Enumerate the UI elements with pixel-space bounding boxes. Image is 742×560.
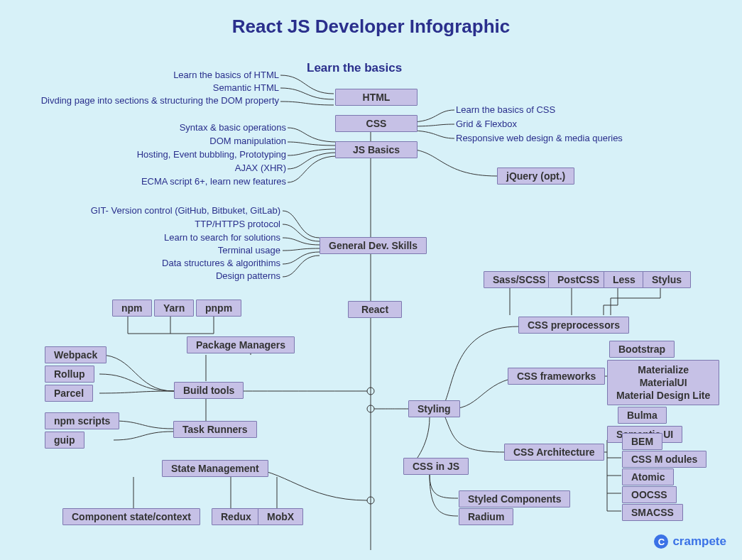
node-postcss: PostCSS [548,271,609,288]
svg-point-1 [367,388,374,395]
node-task-runners: Task Runners [173,421,257,438]
node-react: React [348,301,402,318]
general-point: Design patterns [216,270,280,281]
node-css: CSS [335,115,418,132]
html-point: Semantic HTML [213,82,279,93]
node-stylus: Stylus [643,271,691,288]
general-point: Learn to search for solutions [164,232,280,243]
js-point: DOM manipulation [209,136,286,146]
js-point: Syntax & basic operations [180,122,286,133]
node-general-skills: General Dev. Skills [320,237,427,254]
fw-materialize: Materialize [638,364,689,375]
node-mobx: MobX [258,508,303,525]
node-smacss: SMACSS [622,504,683,521]
node-component-state: Component state/context [62,508,200,525]
html-point: Divding page into sections & structuring… [41,95,279,106]
logo-text: crampete [672,534,726,549]
node-jquery: jQuery (opt.) [497,168,574,185]
node-state-management: State Management [162,460,268,477]
node-bootstrap: Bootstrap [609,341,675,358]
css-point: Grid & Flexbox [456,119,517,129]
node-yarn: Yarn [154,300,194,317]
node-css-architecture: CSS Architecture [504,444,604,461]
node-atomic: Atomic [622,468,674,485]
node-npm: npm [112,300,152,317]
node-parcel: Parcel [45,385,93,402]
node-css-preprocessors: CSS preprocessors [518,317,629,334]
svg-point-3 [367,497,374,504]
node-sass: Sass/SCSS [484,271,555,288]
fw-materialui: MaterialUI [640,377,687,388]
brand-logo: C crampete [654,534,726,549]
general-point: TTP/HTTPS protocol [195,219,280,229]
css-point: Responsive web design & media queries [456,133,623,143]
basics-heading: Learn the basics [307,61,402,75]
node-oocss: OOCSS [622,486,677,503]
node-pnpm: pnpm [196,300,241,317]
general-point: Data structures & algorithims [162,258,280,268]
node-package-managers: Package Managers [187,336,295,353]
node-material-group: Materialize MaterialUI Material Design L… [607,360,719,405]
node-webpack: Webpack [45,346,107,363]
js-point: ECMA script 6+, learn new features [141,176,286,187]
node-js-basics: JS Basics [335,141,418,158]
general-point: GIT- Version control (GitHub, Bitbuket, … [91,205,280,216]
node-css-modules: CSS M odules [622,451,706,468]
node-styling: Styling [408,400,460,417]
node-bulma: Bulma [618,407,667,424]
node-guip: guip [45,432,84,449]
js-point: Hosting, Event bubbling, Prototyping [137,149,286,160]
node-css-frameworks: CSS frameworks [508,368,605,385]
node-html: HTML [335,89,418,106]
css-point: Learn the basics of CSS [456,104,555,115]
node-less: Less [604,271,645,288]
node-bem: BEM [622,433,662,450]
node-radium: Radium [459,508,513,525]
page-title: React JS Developer Infographic [0,16,742,38]
node-build-tools: Build tools [174,382,244,399]
node-npm-scripts: npm scripts [45,412,119,429]
node-css-in-js: CSS in JS [403,458,469,475]
node-styled-components: Styled Components [459,490,570,507]
logo-icon: C [654,534,668,549]
node-redux: Redux [212,508,261,525]
html-point: Learn the basics of HTML [173,70,279,80]
svg-point-2 [367,405,374,412]
general-point: Terminal usage [218,245,280,256]
node-rollup: Rollup [45,366,94,383]
fw-mdl: Material Design Lite [616,390,710,401]
js-point: AJAX (XHR) [235,163,286,173]
